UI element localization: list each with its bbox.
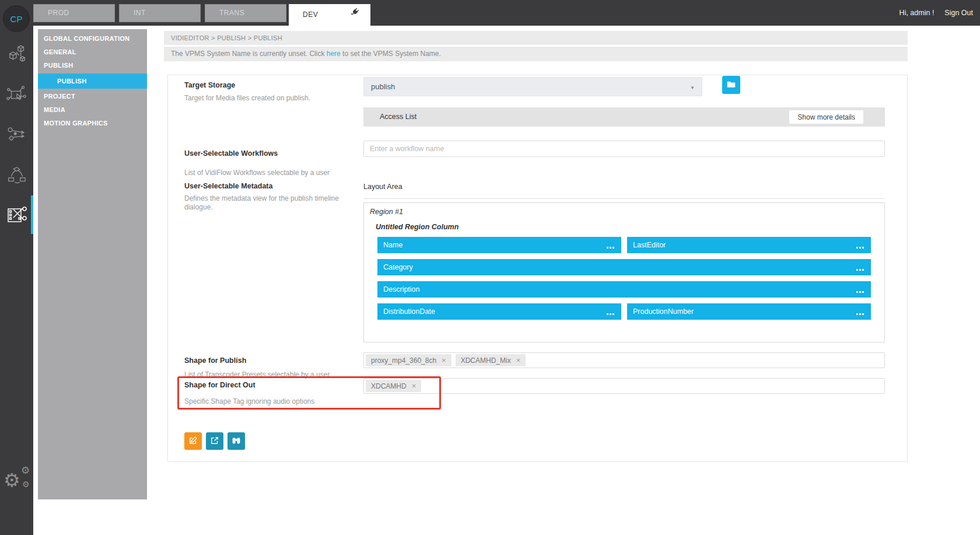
sidebar-item-motion-graphics[interactable]: MOTION GRAPHICS	[38, 117, 147, 130]
shape-for-direct-out-taginput[interactable]: XDCAMHD	[363, 378, 885, 394]
video-editor-icon[interactable]	[5, 203, 29, 227]
avatar-initials: CP	[10, 14, 23, 24]
target-storage-label: Target Storage	[184, 81, 235, 89]
notice-text: to set the VPMS System Name.	[341, 50, 441, 58]
layout-area-title: Layout Area	[363, 183, 402, 191]
shape-for-direct-out-description: Specific Shape Tag ignoring audio option…	[184, 397, 314, 405]
chip-label: LastEditor	[633, 241, 666, 249]
metadata-field-chip-lasteditor[interactable]: LastEditor	[627, 237, 871, 253]
top-bar: PROD INT TRANS DEV Hi, admin ! Sign Out	[0, 0, 980, 26]
sidebar-item-global-configuration[interactable]: GLOBAL CONFIGURATION	[38, 32, 147, 46]
tag-label: XDCAMHD_Mix	[461, 356, 511, 365]
open-external-button[interactable]	[206, 432, 223, 450]
region-column-title: Untitled Region Column	[376, 223, 459, 231]
edit-button[interactable]	[184, 432, 202, 450]
tag-label: proxy_mp4_360_8ch	[371, 356, 436, 365]
edit-pencil-icon	[188, 436, 198, 447]
set-vpms-name-link[interactable]: here	[327, 50, 341, 58]
external-link-icon	[210, 436, 219, 447]
chip-label: Category	[383, 263, 413, 271]
sidebar-item-project[interactable]: PROJECT	[38, 90, 147, 103]
sidebar-item-publish[interactable]: PUBLISH	[38, 74, 147, 89]
tab-int[interactable]: INT	[119, 4, 201, 22]
sidebar-item-media[interactable]: MEDIA	[38, 103, 147, 117]
tag-pill: XDCAMHD_Mix	[456, 354, 526, 366]
chevron-down-icon	[690, 82, 695, 91]
shape-for-publish-taginput[interactable]: proxy_mp4_360_8ch XDCAMHD_Mix	[363, 352, 885, 368]
metadata-label: User-Selectable Metadata	[184, 182, 272, 190]
tab-label: DEV	[303, 6, 350, 23]
target-storage-select[interactable]: publish	[363, 77, 702, 96]
drag-handle-icon[interactable]	[607, 247, 608, 249]
target-storage-description: Target for Media files created on publis…	[184, 94, 310, 102]
metadata-field-chip-description[interactable]: Description	[377, 281, 871, 298]
notice-text: The VPMS System Name is currently unset.…	[171, 50, 327, 58]
avatar[interactable]: CP	[3, 5, 30, 32]
target-storage-value: publish	[371, 82, 395, 91]
tag-label: XDCAMHD	[371, 382, 407, 390]
folder-icon	[727, 81, 736, 90]
publish-settings-panel: Target Storage Target for Media files cr…	[167, 75, 908, 462]
user-greeting: Hi, admin !	[900, 9, 935, 17]
assets-cubes-icon[interactable]	[5, 43, 29, 67]
drag-handle-icon[interactable]	[856, 313, 858, 315]
drag-handle-icon[interactable]	[607, 313, 608, 315]
settings-gears-icon[interactable]: ⚙ ⚙ ⚙	[4, 464, 32, 492]
workflows-label: User-Selectable Workflows	[184, 149, 278, 158]
preview-button[interactable]	[228, 432, 245, 450]
breadcrumb-text: VIDIEDITOR > PUBLISH > PUBLISH	[171, 34, 282, 41]
metadata-field-chip-category[interactable]: Category	[377, 259, 871, 275]
tab-trans[interactable]: TRANS	[205, 4, 286, 22]
workflow-name-input[interactable]	[363, 141, 885, 157]
show-more-details-button[interactable]: Show more details	[789, 110, 863, 124]
configure-touch-icon[interactable]	[5, 83, 29, 107]
tab-prod[interactable]: PROD	[33, 4, 115, 22]
tab-label: TRANS	[219, 9, 244, 17]
metadata-field-list: Name LastEditor Category Description Dis…	[377, 237, 871, 320]
plug-icon	[350, 6, 360, 23]
region-title: Region #1	[370, 208, 403, 216]
tag-pill: XDCAMHD	[366, 380, 421, 392]
workflow-icon[interactable]	[5, 123, 29, 146]
browse-storage-button[interactable]	[722, 76, 740, 94]
binoculars-icon	[232, 436, 241, 447]
metadata-field-chip-distributiondate[interactable]: DistributionDate	[377, 303, 621, 320]
metadata-field-chip-name[interactable]: Name	[377, 237, 621, 253]
sidebar-item-publish-group[interactable]: PUBLISH	[38, 59, 147, 72]
chip-label: ProductionNumber	[633, 307, 694, 316]
layout-region-box: Region #1 Untitled Region Column Name La…	[363, 202, 885, 342]
left-icon-rail: ⚙ ⚙ ⚙	[0, 26, 33, 535]
tab-label: PROD	[48, 9, 69, 17]
tag-pill: proxy_mp4_360_8ch	[366, 354, 452, 366]
tab-dev[interactable]: DEV	[289, 4, 370, 26]
chip-label: Description	[383, 285, 420, 293]
drag-handle-icon[interactable]	[856, 269, 858, 271]
tab-label: INT	[134, 9, 146, 17]
chip-label: DistributionDate	[383, 307, 435, 316]
active-rail-indicator	[31, 195, 33, 234]
chip-label: Name	[383, 241, 402, 249]
action-buttons	[184, 432, 245, 450]
access-list-label: Access List	[380, 107, 416, 127]
workflows-description: List of VidiFlow Workflows selectable by…	[184, 169, 330, 177]
remove-tag-icon[interactable]	[412, 382, 416, 390]
shape-for-publish-description: List of Transcoder Presets selectable by…	[184, 370, 330, 379]
layout-area-divider	[363, 198, 885, 199]
remove-tag-icon[interactable]	[516, 356, 521, 365]
shape-for-publish-label: Shape for Publish	[184, 356, 246, 365]
metadata-field-chip-productionnumber[interactable]: ProductionNumber	[627, 303, 871, 320]
drag-handle-icon[interactable]	[856, 291, 858, 293]
app-root: PROD INT TRANS DEV Hi, admin ! Sign Out …	[0, 0, 980, 535]
sidebar-item-general[interactable]: GENERAL	[38, 46, 147, 59]
config-sidebar: GLOBAL CONFIGURATION GENERAL PUBLISH PUB…	[38, 29, 147, 499]
shape-for-direct-out-label: Shape for Direct Out	[184, 381, 256, 389]
vpms-notice: The VPMS System Name is currently unset.…	[164, 47, 908, 61]
lifecycle-icon[interactable]	[5, 163, 29, 187]
remove-tag-icon[interactable]	[442, 356, 446, 365]
drag-handle-icon[interactable]	[856, 247, 858, 249]
access-list-bar: Access List Show more details	[363, 107, 885, 127]
sign-out-link[interactable]: Sign Out	[944, 9, 973, 17]
metadata-description: Defines the metadata view for the publis…	[184, 194, 339, 212]
breadcrumb: VIDIEDITOR > PUBLISH > PUBLISH	[164, 31, 908, 45]
